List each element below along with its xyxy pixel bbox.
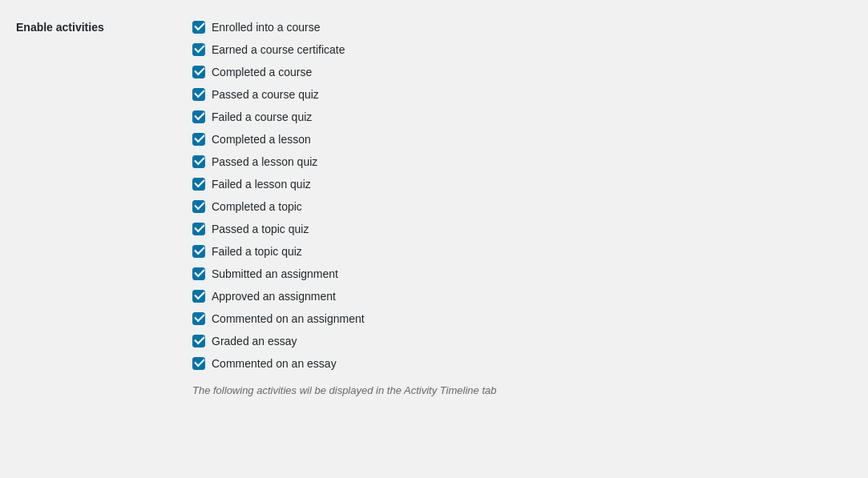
activity-item: Commented on an assignment (192, 307, 496, 330)
activity-item: Failed a lesson quiz (192, 173, 496, 195)
activity-item: Passed a lesson quiz (192, 151, 496, 173)
activities-note: The following activities wil be displaye… (192, 384, 496, 396)
commented-assignment-label[interactable]: Commented on an assignment (212, 312, 365, 325)
activity-item: Completed a course (192, 61, 496, 83)
enrolled-into-course-label[interactable]: Enrolled into a course (212, 21, 320, 34)
activity-item: Passed a topic quiz (192, 218, 496, 240)
activity-item: Failed a course quiz (192, 106, 496, 128)
failed-topic-quiz-label[interactable]: Failed a topic quiz (212, 245, 302, 258)
failed-lesson-quiz-checkbox[interactable] (192, 178, 205, 191)
commented-assignment-checkbox[interactable] (192, 312, 205, 325)
graded-essay-checkbox[interactable] (192, 335, 205, 347)
passed-lesson-quiz-checkbox[interactable] (192, 155, 205, 168)
activity-item: Enrolled into a course (192, 16, 496, 38)
activity-item: Approved an assignment (192, 285, 496, 307)
approved-assignment-checkbox[interactable] (192, 290, 205, 303)
earned-course-certificate-checkbox[interactable] (192, 43, 205, 56)
activity-item: Completed a topic (192, 195, 496, 218)
commented-essay-checkbox[interactable] (192, 357, 205, 370)
submitted-assignment-checkbox[interactable] (192, 267, 205, 280)
completed-topic-checkbox[interactable] (192, 200, 205, 213)
submitted-assignment-label[interactable]: Submitted an assignment (212, 267, 338, 280)
enrolled-into-course-checkbox[interactable] (192, 21, 205, 34)
activity-item: Completed a lesson (192, 128, 496, 151)
completed-topic-label[interactable]: Completed a topic (212, 200, 302, 213)
section-label-col: Enable activities (16, 16, 176, 396)
failed-course-quiz-checkbox[interactable] (192, 110, 205, 123)
activity-item: Graded an essay (192, 330, 496, 352)
passed-topic-quiz-label[interactable]: Passed a topic quiz (212, 223, 309, 235)
completed-course-label[interactable]: Completed a course (212, 66, 312, 78)
activity-item: Commented on an essay (192, 352, 496, 375)
completed-lesson-checkbox[interactable] (192, 133, 205, 146)
completed-lesson-label[interactable]: Completed a lesson (212, 133, 311, 146)
passed-lesson-quiz-label[interactable]: Passed a lesson quiz (212, 155, 317, 168)
passed-topic-quiz-checkbox[interactable] (192, 223, 205, 235)
passed-course-quiz-checkbox[interactable] (192, 88, 205, 101)
failed-course-quiz-label[interactable]: Failed a course quiz (212, 110, 312, 123)
failed-topic-quiz-checkbox[interactable] (192, 245, 205, 258)
checkboxes-column: Enrolled into a courseEarned a course ce… (192, 16, 496, 396)
activity-item: Earned a course certificate (192, 38, 496, 61)
activity-item: Failed a topic quiz (192, 240, 496, 263)
completed-course-checkbox[interactable] (192, 66, 205, 78)
activity-item: Submitted an assignment (192, 263, 496, 285)
approved-assignment-label[interactable]: Approved an assignment (212, 290, 336, 303)
activity-item: Passed a course quiz (192, 83, 496, 106)
earned-course-certificate-label[interactable]: Earned a course certificate (212, 43, 345, 56)
enable-activities-section: Enable activities Enrolled into a course… (0, 0, 868, 412)
failed-lesson-quiz-label[interactable]: Failed a lesson quiz (212, 178, 311, 191)
passed-course-quiz-label[interactable]: Passed a course quiz (212, 88, 319, 101)
commented-essay-label[interactable]: Commented on an essay (212, 357, 337, 370)
graded-essay-label[interactable]: Graded an essay (212, 335, 297, 347)
section-label: Enable activities (16, 21, 104, 34)
